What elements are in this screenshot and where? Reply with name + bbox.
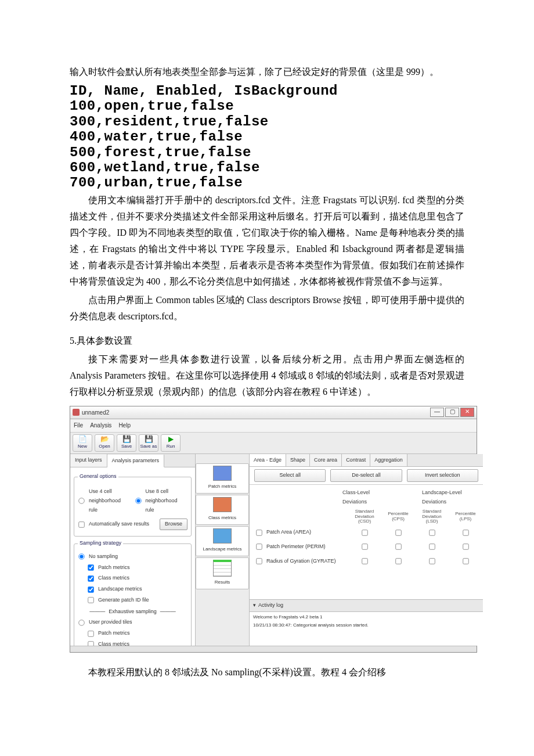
chk-perim-lsd[interactable] xyxy=(429,544,435,550)
select-all-button[interactable]: Select all xyxy=(254,469,326,482)
chk-area-csd[interactable] xyxy=(362,530,367,535)
group-general-options: General options Use 4 cell neighborhood … xyxy=(74,472,192,537)
paragraph-2: 点击用户界面上 Common tables 区域的 Class descript… xyxy=(70,292,464,325)
metric-tab-core-area[interactable]: Core area xyxy=(310,454,342,467)
legend-sampling: Sampling strategy xyxy=(78,539,123,548)
card-results[interactable]: Results xyxy=(196,557,249,589)
card-landscape-metrics[interactable]: Landscape metrics xyxy=(196,526,249,556)
chk-perim-lps[interactable] xyxy=(463,544,468,550)
head-lps: Percentile (LPS) xyxy=(454,512,477,522)
metric-tab-contrast[interactable]: Contrast xyxy=(342,454,370,467)
section-title-5: 5.具体参数设置 xyxy=(70,333,464,349)
chk-patch-metrics-2[interactable]: Patch metrics xyxy=(87,629,187,638)
minimize-button[interactable]: — xyxy=(430,408,444,417)
window-titlebar: unnamed2 — ▢ ✕ xyxy=(70,406,477,420)
chk-gyrate-lsd[interactable] xyxy=(429,558,435,564)
chk-generate-patch-id[interactable]: Generate patch ID file xyxy=(87,596,187,605)
tab-analysis-parameters[interactable]: Analysis parameters xyxy=(107,455,165,468)
chk-perim-cps[interactable] xyxy=(395,544,401,550)
chk-gyrate-cps[interactable] xyxy=(395,558,401,564)
invert-selection-button[interactable]: Invert selection xyxy=(407,469,478,482)
legend-general: General options xyxy=(78,472,118,481)
menu-analysis[interactable]: Analysis xyxy=(90,420,111,431)
intro-paragraph: 输入时软件会默认所有地表类型全部参与运算，除了已经设定好的背景值（这里是 999… xyxy=(70,64,464,80)
close-button[interactable]: ✕ xyxy=(460,408,474,417)
status-bar xyxy=(70,646,477,652)
radio-no-sampling[interactable]: No sampling xyxy=(78,552,187,561)
menu-help[interactable]: Help xyxy=(118,420,131,431)
paragraph-3: 接下来需要对一些具体参数进行设置，以备后续分析之用。点击用户界面左侧选框的 An… xyxy=(70,351,464,400)
chk-area-lsd[interactable] xyxy=(429,530,435,535)
label-activity-log: Activity log xyxy=(258,601,283,610)
swatch-patch xyxy=(213,466,232,481)
checkbox-autosave[interactable]: Automatically save results xyxy=(78,520,149,529)
swatch-class xyxy=(213,497,232,512)
chk-class-metrics-2[interactable]: Class metrics xyxy=(87,640,187,646)
chk-metric-perim[interactable]: Patch Perimeter (PERIM) xyxy=(255,542,342,552)
metric-tab-shape[interactable]: Shape xyxy=(286,454,310,467)
toolbar-new[interactable]: 📄New xyxy=(73,434,92,452)
radio-user-tiles[interactable]: User provided tiles xyxy=(78,618,187,627)
toolbar-run[interactable]: ▶Run xyxy=(161,434,181,452)
chk-area-cps[interactable] xyxy=(395,530,401,535)
swatch-results xyxy=(213,560,232,577)
toolbar-save[interactable]: 💾Save xyxy=(117,434,136,452)
head-lsd: Standard Deviation (LSD) xyxy=(420,509,443,524)
chk-metric-area[interactable]: Patch Area (AREA) xyxy=(255,528,342,537)
paragraph-1: 使用文本编辑器打开手册中的 descriptors.fcd 文件。注意 Frag… xyxy=(70,192,464,290)
browse-button[interactable]: Browse xyxy=(160,519,187,530)
chk-gyrate-lps[interactable] xyxy=(463,558,468,564)
group-sampling-strategy: Sampling strategy No sampling Patch metr… xyxy=(74,539,192,646)
label-class-dev: Class-Level Deviations xyxy=(342,488,387,507)
chk-landscape-metrics-1[interactable]: Landscape metrics xyxy=(87,585,187,594)
chk-class-metrics-1[interactable]: Class metrics xyxy=(87,574,187,583)
window-title: unnamed2 xyxy=(82,408,109,418)
label-exhaustive: ——— Exhaustive sampling ——— xyxy=(78,607,187,617)
tail-paragraph: 本教程采用默认的 8 邻域法及 No sampling(不采样)设置。教程 4 … xyxy=(70,664,464,681)
activity-log-body: Welcome to Fragstats v4.2 beta 1 10/21/1… xyxy=(250,612,483,646)
chk-area-lps[interactable] xyxy=(463,530,468,535)
card-class-metrics[interactable]: Class metrics xyxy=(196,495,249,525)
radio-4cell[interactable]: Use 4 cell neighborhood rule xyxy=(78,487,131,514)
chk-gyrate-csd[interactable] xyxy=(362,558,367,564)
chk-perim-csd[interactable] xyxy=(362,544,367,550)
descriptor-codeblock: ID, Name, Enabled, IsBackground 100,open… xyxy=(70,84,464,191)
chevron-down-icon[interactable]: ▾ xyxy=(253,601,256,610)
log-line-1: Welcome to Fragstats v4.2 beta 1 xyxy=(253,613,479,621)
tab-input-layers[interactable]: Input layers xyxy=(70,454,107,467)
log-line-2: 10/21/13 08:30:47: Categorical analysis … xyxy=(253,621,479,629)
deselect-all-button[interactable]: De-select all xyxy=(330,469,402,482)
menu-file[interactable]: File xyxy=(74,420,83,431)
card-patch-metrics[interactable]: Patch metrics xyxy=(196,463,249,494)
head-cps: Percentile (CPS) xyxy=(387,512,410,522)
chk-patch-metrics-1[interactable]: Patch metrics xyxy=(87,563,187,573)
toolbar-saveas[interactable]: 💾Save as xyxy=(139,434,158,452)
app-icon xyxy=(73,409,80,416)
label-landscape-dev: Landscape-Level Deviations xyxy=(422,488,477,507)
head-csd: Standard Deviation (CSD) xyxy=(353,509,376,524)
toolbar-open[interactable]: 📂Open xyxy=(95,434,114,452)
maximize-button[interactable]: ▢ xyxy=(445,408,459,417)
chk-metric-gyrate[interactable]: Radius of Gyration (GYRATE) xyxy=(255,557,342,566)
metric-tab-area-edge[interactable]: Area - Edge xyxy=(250,454,286,467)
metric-tab-aggregation[interactable]: Aggregation xyxy=(370,454,407,467)
fragstats-screenshot: unnamed2 — ▢ ✕ File Analysis Help 📄New 📂… xyxy=(70,406,477,653)
radio-8cell[interactable]: Use 8 cell neighborhood rule xyxy=(135,487,188,514)
swatch-landscape xyxy=(213,528,232,543)
